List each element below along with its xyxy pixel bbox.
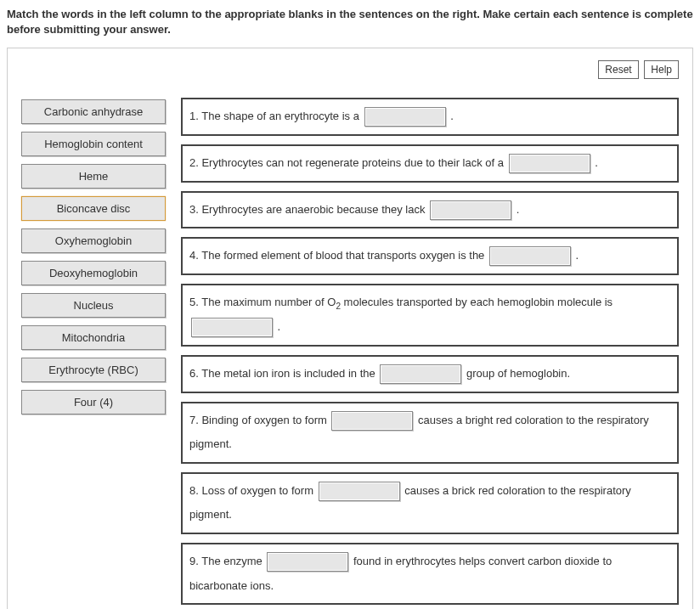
word-item-mitochondria[interactable]: Mitochondria [21, 325, 166, 350]
sentence-4: 4. The formed element of blood that tran… [181, 237, 679, 275]
sentence-2: 2. Erythrocytes can not regenerate prote… [181, 144, 679, 183]
instructions-text: Match the words in the left column to th… [7, 7, 693, 37]
word-item-oxyhemoglobin[interactable]: Oxyhemoglobin [21, 228, 166, 253]
sentence-4-text-b: . [573, 249, 579, 262]
sentence-5-text-a: 5. The maximum number of O [189, 296, 336, 308]
sentence-1-text-a: 1. The shape of an erythrocyte is a [189, 110, 363, 122]
blank-1[interactable] [364, 107, 446, 127]
word-item-carbonic-anhydrase[interactable]: Carbonic anhydrase [21, 99, 166, 124]
sentence-8: 8. Loss of oxygen to form causes a brick… [181, 472, 679, 534]
blank-5[interactable] [191, 318, 273, 337]
sentence-6-text-b: group of hemoglobin. [463, 367, 570, 380]
sentence-8-text-a: 8. Loss of oxygen to form [189, 484, 317, 497]
sentence-3: 3. Erythrocytes are anaerobic because th… [181, 191, 679, 229]
sentence-5-text-b: molecules transported by each hemoglobin… [341, 296, 612, 308]
blank-8[interactable] [319, 482, 400, 501]
word-item-erythrocyte-rbc[interactable]: Erythrocyte (RBC) [21, 358, 166, 382]
sentence-2-text-a: 2. Erythrocytes can not regenerate prote… [189, 156, 507, 169]
blank-7[interactable] [331, 411, 413, 431]
sentence-4-text-a: 4. The formed element of blood that tran… [189, 249, 488, 262]
reset-button[interactable]: Reset [598, 60, 638, 79]
sentence-3-text-b: . [513, 203, 519, 216]
blank-6[interactable] [380, 364, 461, 384]
sentence-5-text-c: . [274, 320, 280, 333]
blank-3[interactable] [430, 200, 511, 220]
exercise-container: Reset Help Carbonic anhydrase Hemoglobin… [7, 48, 693, 609]
word-item-hemoglobin-content[interactable]: Hemoglobin content [21, 132, 166, 156]
word-item-deoxyhemoglobin[interactable]: Deoxyhemoglobin [21, 261, 166, 285]
columns: Carbonic anhydrase Hemoglobin content He… [21, 98, 679, 609]
sentence-6: 6. The metal ion iron is included in the… [181, 355, 679, 393]
blank-4[interactable] [489, 246, 571, 266]
sentence-1-text-b: . [448, 110, 454, 122]
blank-2[interactable] [509, 154, 590, 173]
sentence-6-text-a: 6. The metal ion iron is included in the [189, 367, 378, 380]
help-button[interactable]: Help [644, 60, 679, 79]
controls-row: Reset Help [21, 60, 679, 79]
word-bank: Carbonic anhydrase Hemoglobin content He… [21, 98, 166, 609]
word-item-heme[interactable]: Heme [21, 164, 166, 189]
sentence-5: 5. The maximum number of O2 molecules tr… [181, 284, 679, 347]
blank-9[interactable] [267, 552, 348, 572]
word-item-biconcave-disc[interactable]: Biconcave disc [21, 196, 166, 221]
sentence-3-text-a: 3. Erythrocytes are anaerobic because th… [189, 203, 428, 216]
word-item-nucleus[interactable]: Nucleus [21, 293, 166, 318]
sentence-9-text-a: 9. The enzyme [189, 555, 265, 567]
sentence-2-text-b: . [592, 156, 598, 169]
sentence-9: 9. The enzyme found in erythrocytes help… [181, 543, 679, 605]
sentence-7: 7. Binding of oxygen to form causes a br… [181, 402, 679, 464]
sentences-column: 1. The shape of an erythrocyte is a . 2.… [181, 98, 679, 609]
word-item-four-4[interactable]: Four (4) [21, 390, 166, 414]
sentence-1: 1. The shape of an erythrocyte is a . [181, 98, 679, 136]
sentence-7-text-a: 7. Binding of oxygen to form [189, 414, 330, 426]
